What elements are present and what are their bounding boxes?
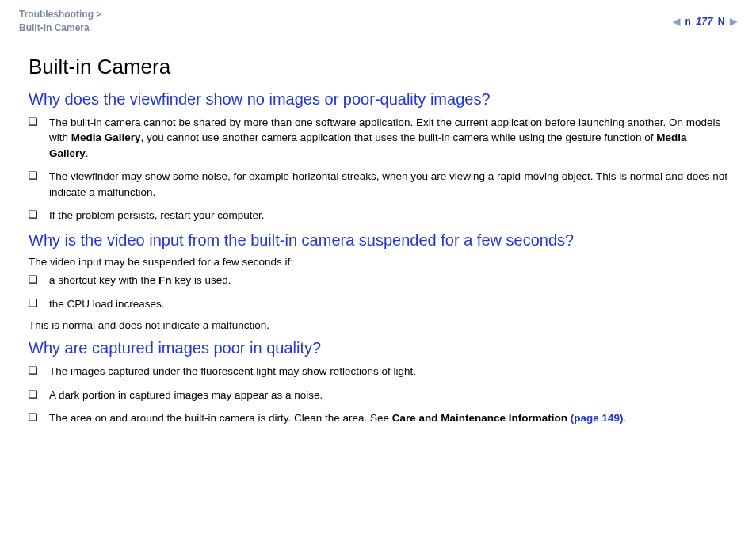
list-item: the CPU load increases. [29,296,727,312]
page-header: Troubleshooting > Built-in Camera ◀ n 17… [0,0,756,40]
breadcrumb: Troubleshooting > Built-in Camera [19,8,101,35]
bullet-list: a shortcut key with the Fn key is used. … [29,273,727,311]
section-intro: The video input may be suspended for a f… [29,256,727,268]
list-item: A dark portion in captured images may ap… [29,387,727,403]
breadcrumb-current: Built-in Camera [19,22,90,33]
page-marker-n: n [685,16,691,27]
list-item: The viewfinder may show some noise, for … [29,169,727,200]
list-item: If the problem persists, restart your co… [29,208,727,223]
section-outro: This is normal and does not indicate a m… [29,319,727,331]
section-heading: Why are captured images poor in quality? [29,339,727,357]
list-item: The built-in camera cannot be shared by … [29,115,727,162]
prev-page-icon[interactable]: ◀ [673,16,680,27]
list-item: The area on and around the built-in came… [29,410,727,426]
page-number: 177 [696,16,713,27]
page-link[interactable]: (page 149) [571,412,624,424]
page-number-nav: ◀ n 177 N ▶ [673,16,737,27]
bullet-list: The images captured under the fluorescen… [29,364,727,426]
breadcrumb-section: Troubleshooting [19,9,94,20]
next-page-icon[interactable]: ▶ [730,16,737,27]
breadcrumb-sep: > [94,9,101,20]
page-marker-N: N [718,16,725,27]
section-heading: Why is the video input from the built-in… [29,231,727,250]
page-content: Built-in Camera Why does the viewfinder … [0,40,756,442]
list-item: a shortcut key with the Fn key is used. [29,273,727,288]
bullet-list: The built-in camera cannot be shared by … [29,115,727,223]
page-title: Built-in Camera [29,55,727,79]
section-heading: Why does the viewfinder show no images o… [29,90,727,109]
list-item: The images captured under the fluorescen… [29,364,727,380]
